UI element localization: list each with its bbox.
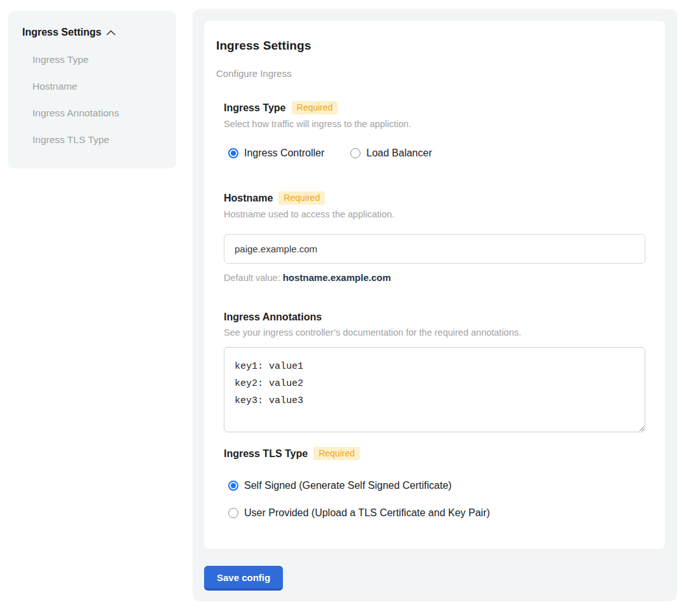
tls-type-label: Ingress TLS Type bbox=[224, 448, 308, 460]
required-badge: Required bbox=[278, 191, 325, 205]
sidebar-item-ingress-tls-type[interactable]: Ingress TLS Type bbox=[22, 134, 165, 146]
sidebar-section-label: Ingress Settings bbox=[22, 27, 101, 38]
save-config-button[interactable]: Save config bbox=[204, 566, 283, 591]
radio-icon bbox=[228, 148, 238, 158]
radio-label: Self Signed (Generate Self Signed Certif… bbox=[244, 480, 451, 491]
required-badge: Required bbox=[313, 447, 360, 460]
tls-radio-group: Self Signed (Generate Self Signed Certif… bbox=[224, 480, 645, 519]
sidebar-item-ingress-type[interactable]: Ingress Type bbox=[22, 54, 165, 65]
section-ingress-annotations: Ingress Annotations See your ingress con… bbox=[224, 311, 645, 432]
radio-icon bbox=[228, 481, 238, 491]
page-subtitle: Configure Ingress bbox=[216, 68, 645, 79]
radio-icon bbox=[350, 148, 360, 158]
section-ingress-tls-type: Ingress TLS Type Required Self Signed (G… bbox=[224, 447, 645, 519]
hostname-input[interactable] bbox=[224, 234, 645, 264]
radio-self-signed[interactable]: Self Signed (Generate Self Signed Certif… bbox=[224, 480, 645, 491]
settings-sidebar: Ingress Settings Ingress Type Hostname I… bbox=[8, 11, 176, 168]
hostname-description: Hostname used to access the application. bbox=[224, 209, 645, 219]
ingress-type-radio-group: Ingress Controller Load Balancer bbox=[224, 147, 645, 159]
sidebar-item-hostname[interactable]: Hostname bbox=[22, 81, 165, 92]
main-panel: Ingress Settings Configure Ingress Ingre… bbox=[193, 9, 677, 601]
radio-load-balancer[interactable]: Load Balancer bbox=[346, 147, 432, 159]
radio-label: Ingress Controller bbox=[244, 147, 324, 159]
ingress-type-description: Select how traffic will ingress to the a… bbox=[224, 119, 645, 129]
page-title: Ingress Settings bbox=[216, 39, 645, 53]
default-value: hostname.example.com bbox=[283, 272, 391, 283]
annotations-textarea[interactable]: key1: value1 key2: value2 key3: value3 bbox=[224, 347, 645, 432]
form-sections: Ingress Type Required Select how traffic… bbox=[224, 101, 645, 519]
radio-user-provided[interactable]: User Provided (Upload a TLS Certificate … bbox=[224, 507, 645, 519]
ingress-type-label: Ingress Type bbox=[224, 102, 286, 114]
annotations-label: Ingress Annotations bbox=[224, 311, 322, 323]
sidebar-section-ingress-settings[interactable]: Ingress Settings bbox=[22, 27, 165, 38]
required-badge: Required bbox=[292, 101, 338, 114]
radio-label: Load Balancer bbox=[366, 147, 432, 159]
sidebar-item-ingress-annotations[interactable]: Ingress Annotations bbox=[22, 107, 165, 119]
radio-label: User Provided (Upload a TLS Certificate … bbox=[244, 507, 490, 519]
chevron-up-icon bbox=[106, 29, 116, 36]
section-hostname: Hostname Required Hostname used to acces… bbox=[224, 191, 645, 283]
radio-ingress-controller[interactable]: Ingress Controller bbox=[224, 147, 324, 159]
default-prefix: Default value: bbox=[224, 273, 280, 283]
sidebar-item-list: Ingress Type Hostname Ingress Annotation… bbox=[22, 54, 165, 146]
radio-icon bbox=[228, 508, 238, 518]
annotations-description: See your ingress controller’s documentat… bbox=[224, 327, 645, 338]
ingress-settings-card: Ingress Settings Configure Ingress Ingre… bbox=[204, 21, 665, 549]
hostname-default-line: Default value:hostname.example.com bbox=[224, 272, 645, 283]
section-ingress-type: Ingress Type Required Select how traffic… bbox=[224, 101, 645, 159]
hostname-label: Hostname bbox=[224, 193, 273, 204]
